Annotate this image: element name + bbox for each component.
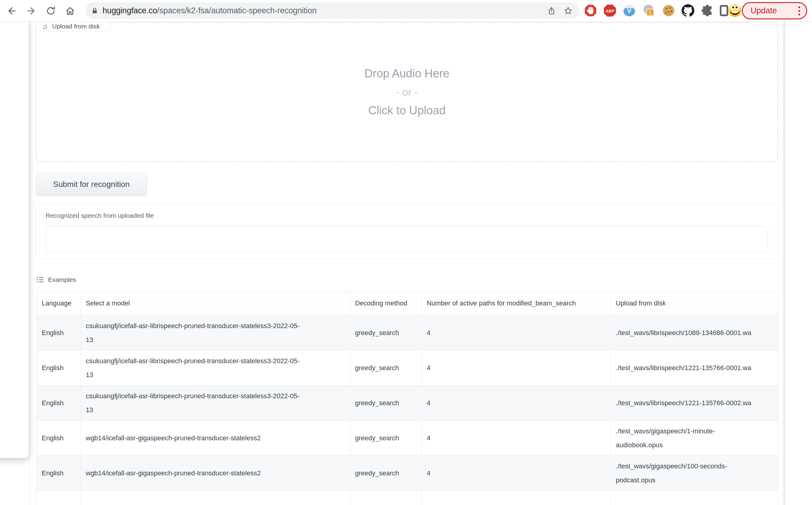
extensions-puzzle-icon[interactable]	[701, 5, 713, 17]
back-icon	[6, 6, 17, 16]
right-divider-thin	[782, 21, 783, 505]
home-icon	[65, 6, 75, 16]
adblock-plus-extension-icon[interactable]: ABP ABP	[603, 4, 617, 17]
cell-language[interactable]: English	[37, 491, 81, 505]
cell-decoding[interactable]: greedy_search	[350, 315, 421, 350]
cell-model[interactable]: csukuangfj/icefall-asr-librispeech-prune…	[81, 350, 350, 385]
music-notes-icon: ♫	[42, 23, 47, 30]
cell-upload[interactable]: ./test_wavs/gigaspeech/100-seconds-podca…	[611, 456, 778, 491]
cell-upload[interactable]: ./test_wavs/librispeech/1089-134686-0001…	[611, 315, 778, 350]
examples-header-row: LanguageSelect a modelDecoding methodNum…	[37, 292, 778, 315]
column-header: Number of active paths for modified_beam…	[421, 292, 611, 315]
example-row[interactable]: Englishwgb14/icefall-asr-gigaspeech-prun…	[37, 420, 778, 456]
example-row[interactable]: Englishwgb14/icefall-asr-gigaspeech-prun…	[37, 456, 778, 491]
cell-language[interactable]: English	[37, 385, 81, 420]
v-extension-icon[interactable]: V V	[623, 4, 636, 17]
stop-hand-extension-icon[interactable]	[584, 4, 597, 17]
audio-dropzone[interactable]: Drop Audio Here - or - Click to Upload	[36, 22, 778, 162]
cell-decoding[interactable]: greedy_search	[350, 456, 421, 491]
cell-paths[interactable]: 4	[421, 315, 611, 350]
content-left-divider	[29, 21, 30, 505]
profile-circle-extension-icon[interactable]: 1	[643, 4, 656, 17]
url-text[interactable]: huggingface.co/spaces/k2-fsa/automatic-s…	[103, 6, 547, 15]
extension-badge: 1	[646, 9, 654, 16]
chrome-update-button[interactable]: Update	[742, 2, 807, 19]
submit-for-recognition-button[interactable]: Submit for recognition	[36, 172, 147, 196]
cell-model[interactable]: wgb14/icefall-asr-gigaspeech-pruned-tran…	[81, 491, 350, 505]
cell-upload[interactable]: ./test_wavs/gigaspeech/100-seconds-	[611, 491, 778, 505]
cell-upload[interactable]: ./test_wavs/librispeech/1221-135766-0001…	[611, 350, 778, 385]
cell-language[interactable]: English	[37, 420, 81, 456]
drop-audio-text: Drop Audio Here	[365, 67, 449, 80]
cell-decoding[interactable]: greedy_search	[350, 385, 421, 420]
cell-model[interactable]: wgb14/icefall-asr-gigaspeech-pruned-tran…	[81, 420, 350, 456]
url-domain: huggingface.co	[103, 6, 157, 15]
cell-paths[interactable]: 4	[421, 420, 611, 456]
left-panel-edge	[0, 19, 29, 458]
reload-button[interactable]	[43, 4, 58, 18]
back-button[interactable]	[4, 4, 19, 18]
cell-model[interactable]: csukuangfj/icefall-asr-librispeech-prune…	[81, 385, 350, 420]
cell-upload[interactable]: ./test_wavs/gigaspeech/1-minute-audioboo…	[611, 420, 778, 456]
url-path: /spaces/k2-fsa/automatic-speech-recognit…	[157, 6, 316, 15]
examples-table: LanguageSelect a modelDecoding methodNum…	[36, 291, 778, 505]
cell-model[interactable]: wgb14/icefall-asr-gigaspeech-pruned-tran…	[81, 456, 350, 491]
examples-tbody: Englishcsukuangfj/icefall-asr-librispeec…	[37, 315, 778, 505]
cell-paths[interactable]: 4	[421, 491, 611, 505]
cookie-extension-icon[interactable]	[662, 4, 675, 17]
example-row[interactable]: Englishwgb14/icefall-asr-gigaspeech-prun…	[37, 491, 778, 505]
kebab-menu-icon[interactable]	[798, 6, 800, 15]
right-scrollbar-divider[interactable]	[784, 21, 785, 505]
cell-language[interactable]: English	[37, 350, 81, 385]
examples-header: Examples	[36, 274, 76, 286]
recognized-speech-panel: Recognized speech from uploaded file	[36, 204, 778, 259]
drop-or-text: - or -	[396, 86, 418, 98]
column-header: Upload from disk	[611, 292, 778, 315]
cell-paths[interactable]: 4	[421, 456, 611, 491]
cell-language[interactable]: English	[37, 315, 81, 350]
forward-icon	[26, 6, 37, 16]
column-header: Language	[37, 292, 81, 315]
v-label: V	[627, 7, 631, 14]
cell-language[interactable]: English	[37, 456, 81, 491]
cell-decoding[interactable]: greedy_search	[350, 350, 421, 385]
home-button[interactable]	[63, 4, 78, 18]
reload-icon	[46, 6, 56, 16]
tab-label: Upload from disk	[52, 23, 100, 30]
address-bar[interactable]: huggingface.co/spaces/k2-fsa/automatic-s…	[86, 2, 579, 19]
cell-model[interactable]: csukuangfj/icefall-asr-librispeech-prune…	[81, 315, 350, 350]
click-to-upload-text: Click to Upload	[368, 104, 446, 117]
cell-paths[interactable]: 4	[421, 385, 611, 420]
recognized-speech-label: Recognized speech from uploaded file	[46, 212, 154, 219]
cell-decoding[interactable]: greedy_search	[350, 491, 421, 505]
list-icon	[36, 276, 44, 284]
cell-upload[interactable]: ./test_wavs/librispeech/1221-135766-0002…	[611, 385, 778, 420]
column-header: Decoding method	[350, 292, 421, 315]
abp-label: ABP	[606, 9, 614, 13]
example-row[interactable]: Englishcsukuangfj/icefall-asr-librispeec…	[37, 315, 778, 350]
cell-paths[interactable]: 4	[421, 350, 611, 385]
smiley-extension-icon[interactable]	[728, 4, 742, 18]
example-row[interactable]: Englishcsukuangfj/icefall-asr-librispeec…	[37, 385, 778, 420]
forward-button[interactable]	[24, 4, 39, 18]
lock-icon	[91, 7, 98, 14]
github-extension-icon[interactable]	[682, 4, 694, 17]
bookmark-star-icon[interactable]	[564, 6, 573, 15]
example-row[interactable]: Englishcsukuangfj/icefall-asr-librispeec…	[37, 350, 778, 385]
share-icon[interactable]	[547, 7, 556, 15]
update-label: Update	[751, 6, 777, 15]
cell-decoding[interactable]: greedy_search	[350, 420, 421, 456]
browser-toolbar: huggingface.co/spaces/k2-fsa/automatic-s…	[0, 0, 812, 22]
column-header: Select a model	[81, 292, 350, 315]
tab-upload-from-disk[interactable]: ♫ Upload from disk	[36, 21, 111, 31]
examples-label: Examples	[48, 276, 76, 283]
recognized-speech-output[interactable]	[45, 226, 768, 253]
